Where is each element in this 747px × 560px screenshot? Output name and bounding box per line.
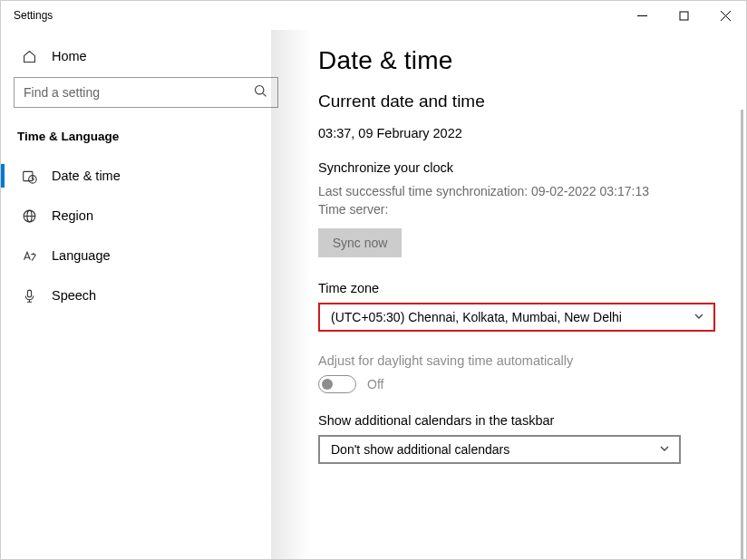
main-area: Home Time & Language Date & time Region … [1, 30, 746, 559]
window-title: Settings [14, 9, 53, 22]
sidebar-item-label: Language [52, 248, 111, 263]
search-input[interactable] [24, 85, 253, 100]
additional-calendars-dropdown[interactable]: Don't show additional calendars [318, 435, 681, 464]
additional-calendars-value: Don't show additional calendars [331, 442, 509, 457]
maximize-button[interactable] [663, 1, 704, 30]
home-nav[interactable]: Home [1, 39, 291, 77]
sync-now-button[interactable]: Sync now [318, 228, 402, 257]
timezone-value: (UTC+05:30) Chennai, Kolkata, Mumbai, Ne… [331, 310, 622, 324]
close-button[interactable] [704, 1, 746, 30]
sidebar-item-label: Date & time [52, 169, 121, 183]
sidebar-nav: Date & time Region Language Speech [1, 156, 291, 315]
current-datetime-value: 03:37, 09 February 2022 [318, 126, 719, 140]
search-box[interactable] [14, 77, 278, 108]
sidebar: Home Time & Language Date & time Region … [1, 30, 291, 559]
sidebar-item-date-time[interactable]: Date & time [1, 156, 291, 196]
home-label: Home [52, 49, 87, 63]
dst-toggle-row: Off [318, 375, 719, 393]
window-controls [621, 1, 746, 30]
timezone-dropdown[interactable]: (UTC+05:30) Chennai, Kolkata, Mumbai, Ne… [318, 303, 715, 332]
dst-toggle-value: Off [367, 377, 383, 391]
globe-icon [21, 208, 37, 224]
chevron-down-icon [694, 310, 704, 324]
page-title: Date & time [318, 46, 719, 75]
sync-clock-heading: Synchronize your clock [318, 160, 719, 175]
additional-calendars-label: Show additional calendars in the taskbar [318, 413, 719, 428]
minimize-button[interactable] [621, 1, 663, 30]
svg-rect-1 [680, 12, 688, 20]
svg-line-5 [263, 93, 266, 96]
language-icon [21, 247, 37, 264]
sidebar-item-region[interactable]: Region [1, 196, 291, 236]
sidebar-item-language[interactable]: Language [1, 236, 291, 275]
search-container [1, 77, 291, 124]
microphone-icon [21, 287, 37, 304]
time-server-text: Time server: [318, 200, 719, 218]
sidebar-item-label: Speech [52, 288, 96, 303]
content-pane: Date & time Current date and time 03:37,… [291, 30, 746, 559]
calendar-clock-icon [21, 168, 37, 184]
search-icon [253, 83, 268, 102]
sidebar-item-speech[interactable]: Speech [1, 275, 291, 315]
last-sync-text: Last successful time synchronization: 09… [318, 182, 719, 200]
dst-label: Adjust for daylight saving time automati… [318, 353, 719, 368]
title-bar: Settings [1, 1, 746, 30]
sidebar-section-title: Time & Language [1, 124, 291, 156]
chevron-down-icon [659, 442, 670, 457]
sidebar-item-label: Region [52, 208, 93, 223]
home-icon [21, 48, 37, 64]
current-datetime-heading: Current date and time [318, 92, 719, 111]
dst-toggle[interactable] [318, 375, 356, 393]
svg-rect-13 [27, 290, 31, 297]
timezone-label: Time zone [318, 281, 719, 295]
svg-point-4 [256, 85, 264, 93]
